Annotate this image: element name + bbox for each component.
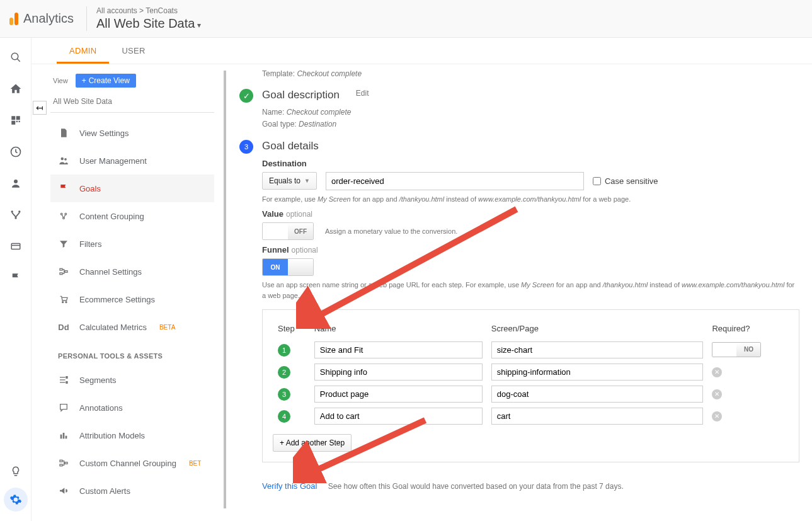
account-selector[interactable]: All accounts > TenCoats All Web Site Dat… xyxy=(86,6,201,31)
step-name-input[interactable] xyxy=(314,408,483,425)
verify-link[interactable]: Verify this Goal xyxy=(262,481,317,491)
cart-icon xyxy=(58,294,69,305)
value-help: Assign a monetary value to the conversio… xyxy=(325,226,457,237)
lightbulb-icon[interactable] xyxy=(9,464,23,478)
flag-icon[interactable] xyxy=(9,271,23,285)
breadcrumb: All accounts > TenCoats xyxy=(96,6,201,15)
channel-custom-icon xyxy=(58,457,69,469)
funnel-help: Use an app screen name string or a web p… xyxy=(262,280,799,301)
funnel-toggle[interactable]: ON xyxy=(262,258,314,276)
view-sidebar: View + Create View All Web Site Data ↤ V… xyxy=(31,64,214,521)
home-icon[interactable] xyxy=(9,82,23,96)
svg-point-14 xyxy=(61,157,64,161)
svg-rect-27 xyxy=(66,377,67,379)
step-page-input[interactable] xyxy=(491,386,704,403)
beta-badge: BET xyxy=(189,460,201,467)
funnel-step-row: 3 ✕ xyxy=(274,384,787,404)
menu-attribution[interactable]: Attribution Models xyxy=(50,421,214,449)
menu-segments[interactable]: Segments xyxy=(50,366,214,394)
svg-point-15 xyxy=(64,158,67,161)
goal-description-step: Goal description Edit xyxy=(239,89,799,103)
card-icon[interactable] xyxy=(9,239,23,253)
analytics-logo-icon xyxy=(9,13,18,25)
svg-rect-29 xyxy=(60,435,62,439)
goal-detail-panel: Template: Checkout complete Goal descrip… xyxy=(214,64,812,521)
plus-icon: + xyxy=(82,76,86,85)
step-number-badge: 1 xyxy=(278,344,290,357)
step-name-input[interactable] xyxy=(314,341,483,358)
menu-channel-settings[interactable]: Channel Settings xyxy=(50,258,214,285)
menu-custom-channel[interactable]: Custom Channel GroupingBET xyxy=(50,449,214,477)
app-header: Analytics All accounts > TenCoats All We… xyxy=(0,0,812,38)
step-name-input[interactable] xyxy=(314,364,483,381)
create-view-button[interactable]: + Create View xyxy=(76,74,136,88)
bars-icon xyxy=(58,430,69,441)
back-button[interactable]: ↤ xyxy=(33,101,47,115)
case-sensitive-checkbox[interactable]: Case sensitive xyxy=(593,176,658,186)
funnel-step-row: 2 ✕ xyxy=(274,362,787,382)
delete-step-icon[interactable]: ✕ xyxy=(712,389,722,399)
step-name-input[interactable] xyxy=(314,386,483,403)
menu-filters[interactable]: Filters xyxy=(50,230,214,258)
tab-admin[interactable]: ADMIN xyxy=(57,38,109,64)
menu-goals[interactable]: Goals xyxy=(50,175,214,202)
user-icon[interactable] xyxy=(9,176,23,190)
left-iconbar xyxy=(0,38,31,521)
view-selector[interactable]: All Web Site Data▾ xyxy=(96,16,201,31)
svg-point-0 xyxy=(11,53,18,60)
chevron-down-icon: ▼ xyxy=(304,178,310,184)
svg-point-8 xyxy=(14,180,18,183)
metrics-icon: Dd xyxy=(58,321,69,333)
delete-step-icon[interactable]: ✕ xyxy=(712,411,722,421)
view-name-select[interactable]: All Web Site Data xyxy=(50,94,214,113)
step-page-input[interactable] xyxy=(491,341,704,358)
step-page-input[interactable] xyxy=(491,408,704,425)
delete-step-icon[interactable]: ✕ xyxy=(712,367,722,377)
dashboard-icon[interactable] xyxy=(9,113,23,127)
step-page-input[interactable] xyxy=(491,364,704,381)
value-label: Valueoptional xyxy=(262,209,799,219)
match-type-dropdown[interactable]: Equals to▼ xyxy=(262,172,317,190)
funnel-path-icon[interactable] xyxy=(9,208,23,222)
menu-user-management[interactable]: User Management xyxy=(50,147,214,175)
svg-point-18 xyxy=(63,217,65,219)
beta-badge: BETA xyxy=(159,324,175,331)
svg-line-1 xyxy=(17,59,20,62)
svg-point-10 xyxy=(18,210,20,212)
menu-calculated-metrics[interactable]: DdCalculated MetricsBETA xyxy=(50,313,214,341)
clock-icon[interactable] xyxy=(9,145,23,159)
menu-annotations[interactable]: Annotations xyxy=(50,394,214,421)
destination-help: For example, use My Screen for an app an… xyxy=(262,194,799,205)
tab-user[interactable]: USER xyxy=(109,38,157,64)
gear-icon[interactable] xyxy=(4,488,28,512)
step-3-badge: 3 xyxy=(239,140,253,154)
value-toggle[interactable]: OFF xyxy=(262,222,314,240)
required-toggle[interactable]: NO xyxy=(712,342,761,357)
goal-details-step: 3 Goal details xyxy=(239,140,799,154)
step-number-badge: 4 xyxy=(278,410,290,423)
menu-ecommerce[interactable]: Ecommerce Settings xyxy=(50,285,214,313)
funnel-step-row: 1 NO xyxy=(274,340,787,360)
svg-point-23 xyxy=(66,302,67,303)
megaphone-icon xyxy=(58,485,69,496)
menu-content-grouping[interactable]: Content Grouping xyxy=(50,202,214,230)
users-icon xyxy=(58,155,69,166)
funnel-step-row: 4 ✕ xyxy=(274,406,787,427)
svg-point-11 xyxy=(14,217,16,219)
grouping-icon xyxy=(58,210,69,222)
menu-view-settings[interactable]: View Settings xyxy=(50,119,214,147)
search-icon[interactable] xyxy=(9,50,23,64)
check-icon xyxy=(239,89,253,103)
edit-link[interactable]: Edit xyxy=(356,89,369,98)
svg-point-16 xyxy=(60,213,62,215)
comment-icon xyxy=(58,402,69,413)
svg-rect-30 xyxy=(63,433,65,438)
add-step-button[interactable]: + Add another Step xyxy=(273,434,352,452)
svg-rect-32 xyxy=(60,460,62,462)
view-menu: View Settings User Management Goals Cont… xyxy=(50,119,214,505)
destination-input[interactable] xyxy=(326,172,584,190)
svg-rect-28 xyxy=(66,382,67,384)
svg-rect-21 xyxy=(65,271,67,273)
menu-custom-alerts[interactable]: Custom Alerts xyxy=(50,477,214,505)
svg-point-22 xyxy=(62,302,64,303)
